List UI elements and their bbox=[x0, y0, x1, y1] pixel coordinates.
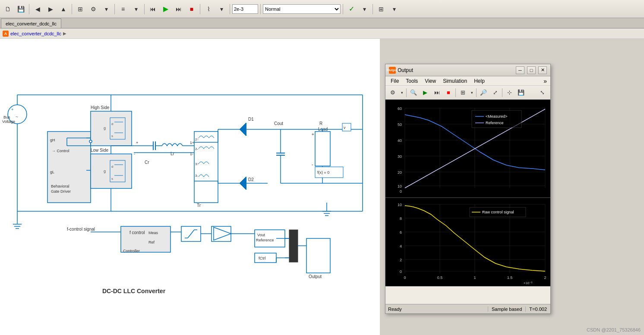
svg-text:×10⁻³: ×10⁻³ bbox=[524, 281, 533, 285]
svg-text:20: 20 bbox=[398, 170, 402, 175]
svg-text:gH: gH bbox=[50, 138, 55, 142]
svg-text:Vout: Vout bbox=[257, 233, 265, 237]
menu-file[interactable]: File bbox=[387, 77, 402, 85]
svg-text:1.5: 1.5 bbox=[507, 276, 513, 280]
svg-text:10: 10 bbox=[398, 203, 402, 207]
svg-text:50: 50 bbox=[398, 122, 402, 127]
out-play-btn[interactable]: ▶ bbox=[420, 87, 431, 98]
svg-text:1+: 1+ bbox=[190, 141, 194, 145]
settings-arrow[interactable]: ▾ bbox=[100, 3, 112, 15]
svg-text:6: 6 bbox=[400, 230, 402, 235]
svg-text:f-control signal: f-control signal bbox=[67, 227, 95, 232]
sep3 bbox=[114, 4, 115, 14]
svg-text:D2: D2 bbox=[248, 177, 254, 182]
plot-bottom: 10 8 6 4 2 0 0 0.5 1 1.5 2 ×10⁻³ Raw con… bbox=[385, 198, 550, 286]
out-sep4 bbox=[502, 88, 502, 97]
menu-tools[interactable]: Tools bbox=[402, 77, 421, 85]
step-time-input[interactable]: 2e-3 bbox=[232, 4, 258, 14]
save-btn[interactable]: 💾 bbox=[15, 3, 27, 15]
debug-btn[interactable]: ≡ bbox=[117, 3, 129, 15]
svg-text:Cout: Cout bbox=[274, 121, 283, 126]
status-time: T=0.002 bbox=[525, 307, 550, 312]
svg-text:g: g bbox=[104, 126, 106, 130]
svg-text:10: 10 bbox=[398, 184, 402, 188]
svg-text:0: 0 bbox=[404, 276, 406, 280]
grid-arrow[interactable]: ▾ bbox=[388, 3, 400, 15]
svg-text:gL: gL bbox=[50, 170, 54, 174]
out-stop-btn[interactable]: ■ bbox=[443, 87, 454, 98]
menu-expand-btn[interactable]: » bbox=[542, 78, 549, 85]
menu-simulation[interactable]: Simulation bbox=[439, 77, 470, 85]
check-arrow[interactable]: ▾ bbox=[358, 3, 370, 15]
out-magnify-btn[interactable]: 🔎 bbox=[478, 87, 489, 98]
grid-btn[interactable]: ⊞ bbox=[375, 3, 387, 15]
svg-rect-113 bbox=[306, 238, 330, 273]
sep7 bbox=[260, 4, 261, 14]
out-layout-btn[interactable]: ⊞ bbox=[457, 87, 468, 98]
svg-rect-77 bbox=[315, 131, 330, 166]
sep4 bbox=[144, 4, 145, 14]
svg-text:Reference: Reference bbox=[486, 121, 504, 125]
minimize-btn[interactable]: ─ bbox=[516, 66, 524, 74]
up-btn[interactable]: ▲ bbox=[57, 3, 69, 15]
svg-text:R: R bbox=[319, 121, 322, 126]
svg-rect-96 bbox=[121, 226, 170, 252]
status-ready: Ready bbox=[385, 307, 488, 312]
svg-text:2-: 2- bbox=[195, 147, 198, 151]
out-sep1 bbox=[406, 88, 407, 97]
step-fwd-btn[interactable]: ⏭ bbox=[173, 3, 185, 15]
forward-btn[interactable]: ▶ bbox=[44, 3, 57, 15]
out-cursor-btn[interactable]: ⊹ bbox=[504, 87, 515, 98]
out-zoom-btn[interactable]: 🔍 bbox=[408, 87, 419, 98]
svg-text:3↑: 3↑ bbox=[195, 162, 199, 166]
svg-text:+: + bbox=[312, 132, 314, 137]
svg-text:+: + bbox=[136, 141, 138, 145]
sim-mode-select[interactable]: Normal bbox=[263, 4, 341, 14]
settings-btn[interactable]: ⚙ bbox=[87, 3, 99, 15]
sep1 bbox=[29, 4, 29, 14]
main-tab[interactable]: elec_converter_dcdc_llc bbox=[1, 19, 61, 28]
output-title-text: Output bbox=[398, 67, 513, 73]
out-stepfwd-btn[interactable]: ⏭ bbox=[431, 87, 442, 98]
scope-btn[interactable]: ⌇ bbox=[202, 3, 215, 15]
play-btn[interactable]: ▶ bbox=[160, 3, 172, 15]
svg-text:2: 2 bbox=[400, 258, 402, 262]
svg-text:3-: 3- bbox=[195, 174, 198, 178]
out-save-btn[interactable]: 💾 bbox=[515, 87, 527, 98]
menu-help[interactable]: Help bbox=[470, 77, 488, 85]
svg-rect-154 bbox=[472, 110, 521, 128]
stop-btn[interactable]: ■ bbox=[186, 3, 198, 15]
svg-text:g: g bbox=[104, 169, 106, 173]
maximize-btn[interactable]: □ bbox=[527, 66, 536, 74]
svg-text:Reference: Reference bbox=[256, 238, 274, 242]
svg-rect-18 bbox=[91, 111, 132, 146]
debug-arrow[interactable]: ▾ bbox=[130, 3, 142, 15]
menu-view[interactable]: View bbox=[421, 77, 439, 85]
out-settings-btn[interactable]: ⚙ bbox=[387, 87, 398, 98]
watermark: CSDN @2201_75326846 bbox=[587, 327, 641, 332]
svg-text:d: d bbox=[111, 165, 113, 169]
svg-text:Behavioral: Behavioral bbox=[51, 184, 69, 188]
out-layout-arrow[interactable]: ▾ bbox=[469, 87, 475, 98]
out-expand-btn[interactable]: ⤡ bbox=[537, 87, 548, 98]
close-btn[interactable]: ✕ bbox=[538, 66, 547, 74]
out-settings-arrow[interactable]: ▾ bbox=[399, 87, 405, 98]
svg-rect-27 bbox=[91, 154, 132, 188]
svg-rect-117 bbox=[289, 230, 298, 262]
sep6 bbox=[230, 4, 230, 14]
svg-text:1: 1 bbox=[474, 276, 476, 280]
scope-arrow[interactable]: ▾ bbox=[215, 3, 227, 15]
out-fitview-btn[interactable]: ⤢ bbox=[489, 87, 501, 98]
new-btn[interactable]: 🗋 bbox=[2, 3, 14, 15]
check-btn[interactable]: ✓ bbox=[345, 3, 357, 15]
step-back-btn[interactable]: ⏮ bbox=[147, 3, 159, 15]
svg-text:→ Control: → Control bbox=[52, 149, 69, 153]
svg-text:Voltage: Voltage bbox=[2, 119, 15, 124]
back-btn[interactable]: ◀ bbox=[32, 3, 44, 15]
library-btn[interactable]: ⊞ bbox=[74, 3, 86, 15]
output-menubar: File Tools View Simulation Help » bbox=[385, 76, 550, 86]
sep9 bbox=[373, 4, 373, 14]
breadcrumb-path[interactable]: elec_converter_dcdc_llc bbox=[10, 31, 61, 36]
output-titlebar: Output Output ─ □ ✕ bbox=[385, 64, 550, 76]
svg-text:Tr: Tr bbox=[197, 203, 201, 208]
